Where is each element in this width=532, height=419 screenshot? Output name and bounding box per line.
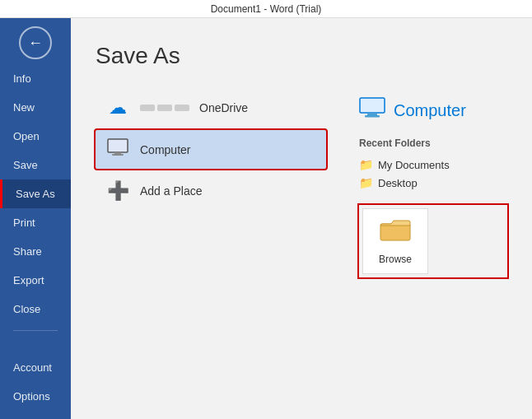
sidebar-item-close[interactable]: Close: [0, 295, 71, 324]
monitor-icon: [105, 138, 130, 161]
svg-rect-3: [360, 98, 385, 113]
browse-container: Browse: [359, 205, 507, 277]
computer-label: Computer: [140, 143, 190, 156]
browse-button[interactable]: Browse: [362, 208, 428, 274]
sidebar-item-save[interactable]: Save: [0, 151, 71, 179]
sidebar-item-account[interactable]: Account: [0, 353, 71, 382]
cloud-icon: ☁: [105, 97, 130, 119]
save-locations: ☁ OneDrive: [96, 89, 326, 403]
svg-rect-4: [367, 113, 377, 115]
sidebar-item-new[interactable]: New: [0, 93, 71, 122]
sidebar-spacer: [0, 338, 71, 353]
onedrive-label: OneDrive: [199, 101, 248, 114]
onedrive-dot-1: [140, 105, 155, 111]
sidebar-item-print[interactable]: Print: [0, 208, 71, 237]
browse-folder-icon: [380, 217, 411, 249]
sidebar: ← Info New Open Save Save As Print Share…: [0, 18, 71, 419]
onedrive-location[interactable]: ☁ OneDrive: [96, 89, 326, 127]
add-place-location[interactable]: ➕ Add a Place: [96, 172, 326, 210]
folder-icon-1: 📁: [359, 158, 373, 171]
sidebar-divider: [13, 330, 58, 331]
sidebar-item-share[interactable]: Share: [0, 237, 71, 266]
sidebar-item-options[interactable]: Options: [0, 382, 71, 411]
folder-my-documents[interactable]: 📁 My Documents: [359, 156, 507, 174]
back-icon: ←: [28, 35, 43, 52]
desktop-label: Desktop: [378, 177, 418, 189]
sidebar-item-open[interactable]: Open: [0, 122, 71, 151]
content-area: Save As ☁ OneDrive: [71, 18, 532, 419]
sidebar-item-save-as[interactable]: Save As: [0, 179, 71, 208]
sidebar-item-export[interactable]: Export: [0, 266, 71, 295]
computer-location[interactable]: Computer: [96, 130, 326, 169]
folder-desktop[interactable]: 📁 Desktop: [359, 174, 507, 192]
back-button[interactable]: ←: [19, 26, 52, 59]
sidebar-item-info[interactable]: Info: [0, 64, 71, 93]
right-panel-header: Computer: [359, 97, 507, 124]
onedrive-dot-2: [157, 105, 172, 111]
page-title: Save As: [96, 43, 507, 69]
recent-folders-label: Recent Folders: [359, 137, 507, 149]
svg-rect-6: [380, 224, 410, 240]
svg-rect-5: [365, 115, 380, 118]
right-panel-title: Computer: [394, 101, 466, 120]
title-bar: Document1 - Word (Trial): [0, 0, 532, 18]
svg-rect-1: [114, 152, 121, 154]
svg-rect-0: [108, 139, 128, 152]
browse-label: Browse: [379, 254, 412, 265]
computer-large-icon: [359, 97, 385, 124]
add-icon: ➕: [105, 180, 130, 202]
window-title: Document1 - Word (Trial): [211, 3, 322, 15]
onedrive-dot-3: [175, 105, 189, 111]
right-panel: Computer Recent Folders 📁 My Documents 📁…: [343, 89, 507, 403]
folder-icon-2: 📁: [359, 176, 373, 189]
add-place-label: Add a Place: [140, 184, 203, 198]
my-documents-label: My Documents: [378, 159, 450, 171]
main-container: ← Info New Open Save Save As Print Share…: [0, 18, 532, 419]
svg-rect-2: [112, 154, 124, 156]
onedrive-placeholder: [140, 105, 189, 111]
